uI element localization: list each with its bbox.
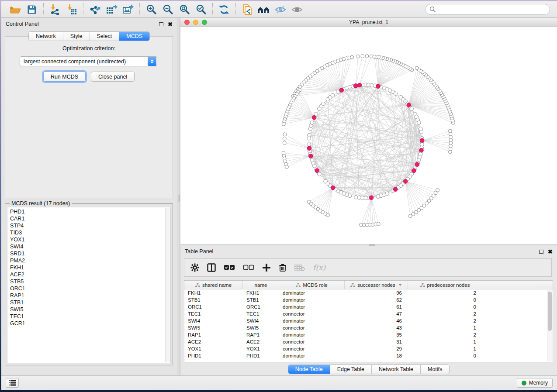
network-window-titlebar[interactable]: YPA_prune.txt_1 bbox=[180, 18, 557, 27]
mcds-result-item[interactable]: TEC1 bbox=[10, 313, 170, 320]
table-row[interactable]: ACE2ACE2connector311 bbox=[184, 338, 553, 345]
table-scrollbar[interactable] bbox=[547, 290, 552, 361]
function-builder-icon[interactable]: f(x) bbox=[313, 263, 325, 272]
table-cell[interactable]: 29 bbox=[345, 346, 408, 351]
table-cell[interactable]: dominator bbox=[279, 290, 345, 296]
mcds-result-item[interactable]: PHD1 bbox=[10, 208, 170, 215]
table-cell[interactable]: STB1 bbox=[243, 297, 279, 303]
mcds-result-item[interactable]: FKH1 bbox=[10, 264, 170, 271]
table-cell[interactable]: 61 bbox=[345, 304, 408, 309]
delete-column-icon[interactable] bbox=[279, 263, 287, 272]
table-row[interactable]: TEC1TEC1connector472 bbox=[184, 310, 553, 317]
add-column-icon[interactable] bbox=[262, 263, 271, 272]
mcds-result-item[interactable]: GCR1 bbox=[10, 320, 170, 327]
column-header[interactable]: shared name bbox=[184, 281, 243, 289]
network-canvas[interactable] bbox=[180, 27, 557, 244]
mcds-result-item[interactable]: TID3 bbox=[10, 229, 170, 236]
optimization-criterion-select[interactable]: largest connected component (undirected) bbox=[20, 56, 157, 66]
table-cell[interactable]: dominator bbox=[279, 332, 345, 337]
tab-network[interactable]: Network bbox=[29, 32, 63, 41]
table-cell[interactable]: dominator bbox=[279, 353, 345, 358]
table-settings-icon[interactable] bbox=[190, 263, 199, 272]
search-input[interactable] bbox=[426, 4, 550, 15]
column-layout-icon[interactable] bbox=[207, 263, 216, 272]
mcds-result-item[interactable]: SWI4 bbox=[10, 243, 170, 250]
table-cell[interactable]: SWI4 bbox=[243, 318, 279, 323]
tab-motifs[interactable]: Motifs bbox=[421, 365, 449, 374]
zoom-in-icon[interactable] bbox=[144, 3, 158, 16]
task-history-button[interactable] bbox=[6, 378, 19, 388]
mcds-result-item[interactable]: ORC1 bbox=[10, 285, 170, 292]
table-cell[interactable]: dominator bbox=[279, 304, 345, 309]
table-cell[interactable]: ACE2 bbox=[243, 339, 279, 344]
select-all-rows-icon[interactable] bbox=[224, 265, 235, 271]
table-cell[interactable]: ACE2 bbox=[184, 339, 243, 344]
mcds-result-item[interactable]: YOX1 bbox=[10, 236, 170, 243]
tab-edge-table[interactable]: Edge Table bbox=[330, 365, 372, 374]
table-cell[interactable]: RAP1 bbox=[184, 332, 243, 337]
first-neighbors-icon[interactable] bbox=[257, 3, 271, 16]
table-cell[interactable]: 96 bbox=[345, 290, 408, 296]
memory-button[interactable]: Memory bbox=[517, 378, 553, 388]
table-cell[interactable]: 0 bbox=[408, 304, 482, 309]
float-panel-icon[interactable] bbox=[539, 250, 543, 254]
table-cell[interactable]: 2 bbox=[408, 318, 482, 323]
column-header[interactable]: MCDS role bbox=[279, 281, 345, 289]
column-header[interactable]: predecessor nodes bbox=[408, 281, 482, 289]
mcds-result-item[interactable]: SWI5 bbox=[10, 306, 170, 313]
table-cell[interactable]: 43 bbox=[345, 325, 408, 330]
table-cell[interactable]: SWI5 bbox=[243, 325, 279, 330]
table-cell[interactable]: TEC1 bbox=[243, 311, 279, 316]
table-row[interactable]: STB1STB1dominator620 bbox=[184, 296, 553, 303]
deselect-all-rows-icon[interactable] bbox=[243, 265, 254, 271]
mcds-result-item[interactable]: CAR1 bbox=[10, 215, 170, 222]
close-panel-icon[interactable]: ✖ bbox=[548, 249, 553, 254]
search-field[interactable] bbox=[436, 6, 546, 13]
table-row[interactable]: ORC1ORC1dominator610 bbox=[184, 303, 553, 310]
import-network-icon[interactable] bbox=[48, 3, 62, 16]
table-cell[interactable]: dominator bbox=[279, 297, 345, 303]
table-cell[interactable]: SWI4 bbox=[184, 318, 243, 323]
import-table-icon[interactable] bbox=[65, 3, 79, 16]
table-row[interactable]: SWI5SWI5connector431 bbox=[184, 324, 553, 331]
table-cell[interactable]: YOX1 bbox=[243, 346, 279, 351]
save-icon[interactable] bbox=[25, 3, 39, 16]
table-cell[interactable]: dominator bbox=[279, 318, 345, 323]
zoom-fit-icon[interactable] bbox=[177, 3, 191, 16]
tab-node-table[interactable]: Node Table bbox=[288, 365, 330, 374]
delete-table-icon[interactable] bbox=[294, 264, 305, 271]
table-cell[interactable]: ORC1 bbox=[243, 304, 279, 309]
table-row[interactable]: YOX1YOX1connector291 bbox=[184, 345, 553, 352]
table-cell[interactable]: 2 bbox=[408, 311, 482, 316]
table-cell[interactable]: connector bbox=[279, 311, 345, 316]
table-cell[interactable]: 1 bbox=[408, 325, 482, 330]
float-panel-icon[interactable] bbox=[159, 22, 163, 26]
column-header[interactable]: successor nodes bbox=[345, 281, 408, 289]
table-cell[interactable]: 35 bbox=[345, 332, 408, 337]
table-cell[interactable]: connector bbox=[279, 346, 345, 351]
table-cell[interactable]: 1 bbox=[408, 339, 482, 344]
table-cell[interactable]: RAP1 bbox=[243, 332, 279, 337]
table-cell[interactable]: 0 bbox=[408, 353, 482, 358]
table-cell[interactable]: SWI5 bbox=[184, 325, 243, 330]
tab-select[interactable]: Select bbox=[90, 32, 120, 41]
mcds-result-item[interactable]: ACE2 bbox=[10, 271, 170, 278]
table-cell[interactable]: connector bbox=[279, 339, 345, 344]
hide-selected-icon[interactable] bbox=[273, 3, 287, 16]
mcds-result-item[interactable]: SRD1 bbox=[10, 250, 170, 257]
mcds-result-item[interactable]: PMA2 bbox=[10, 257, 170, 264]
table-cell[interactable]: 62 bbox=[345, 297, 408, 303]
table-cell[interactable]: 18 bbox=[345, 353, 408, 358]
table-cell[interactable]: FKH1 bbox=[243, 290, 279, 296]
open-folder-icon[interactable] bbox=[8, 3, 22, 16]
export-network-icon[interactable] bbox=[88, 3, 102, 16]
column-header[interactable]: name bbox=[243, 281, 279, 289]
table-row[interactable]: FKH1FKH1dominator962 bbox=[184, 289, 553, 296]
table-cell[interactable]: YOX1 bbox=[184, 346, 243, 351]
close-panel-icon[interactable]: ✖ bbox=[168, 21, 173, 27]
table-cell[interactable]: 31 bbox=[345, 339, 408, 344]
zoom-out-icon[interactable] bbox=[161, 3, 175, 16]
table-cell[interactable]: TEC1 bbox=[184, 311, 243, 316]
table-cell[interactable]: 47 bbox=[345, 311, 408, 316]
show-all-icon[interactable] bbox=[290, 3, 304, 16]
